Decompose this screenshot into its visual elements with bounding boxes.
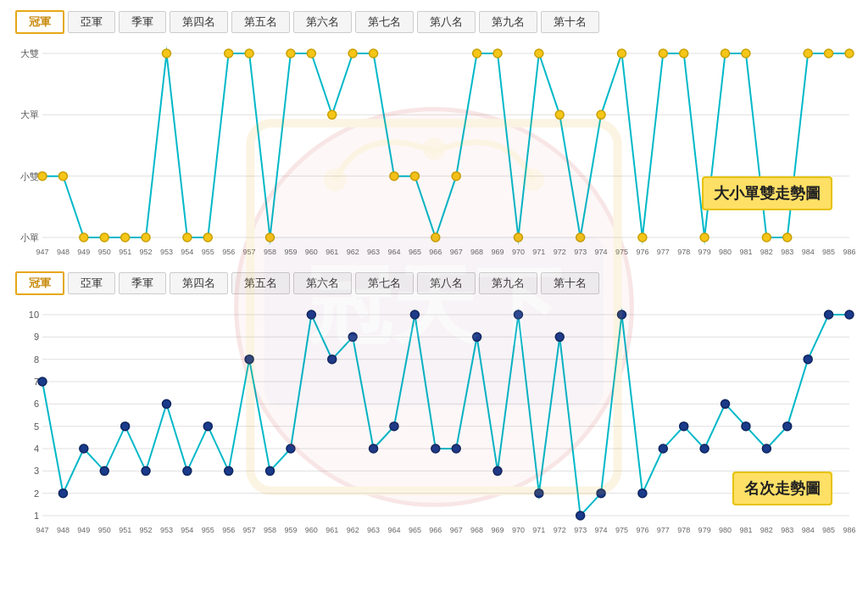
tab-btn-0[interactable]: 冠軍 (15, 271, 64, 295)
section-bottom: 冠軍亞軍季軍第四名第五名第六名第七名第八名第九名第十名 名次走勢圖 (0, 263, 868, 539)
tab-btn-1[interactable]: 亞軍 (68, 272, 115, 294)
chart1-label: 大小單雙走勢圖 (702, 176, 832, 210)
tab-btn-7[interactable]: 第八名 (417, 272, 476, 294)
tab-btn-9[interactable]: 第十名 (541, 272, 599, 294)
tab-btn-1[interactable]: 亞軍 (68, 11, 115, 33)
tab-bar-1: 冠軍亞軍季軍第四名第五名第六名第七名第八名第九名第十名 (7, 5, 861, 39)
tab-btn-3[interactable]: 第四名 (170, 272, 228, 294)
tab-bar-2: 冠軍亞軍季軍第四名第五名第六名第七名第八名第九名第十名 (7, 266, 861, 300)
tab-btn-8[interactable]: 第九名 (479, 11, 537, 33)
tab-btn-6[interactable]: 第七名 (355, 272, 414, 294)
section-top: 冠軍亞軍季軍第四名第五名第六名第七名第八名第九名第十名 大小單雙走勢圖 (0, 0, 868, 261)
tab-btn-6[interactable]: 第七名 (355, 11, 414, 33)
tab-btn-2[interactable]: 季軍 (119, 272, 166, 294)
chart1-canvas (10, 41, 858, 261)
tab-btn-5[interactable]: 第六名 (293, 11, 352, 33)
tab-btn-4[interactable]: 第五名 (231, 11, 290, 33)
tab-btn-9[interactable]: 第十名 (541, 11, 599, 33)
tab-btn-4[interactable]: 第五名 (231, 272, 290, 294)
tab-btn-5[interactable]: 第六名 (293, 272, 352, 294)
tab-btn-7[interactable]: 第八名 (417, 11, 476, 33)
tab-btn-0[interactable]: 冠軍 (15, 10, 64, 34)
tab-btn-3[interactable]: 第四名 (170, 11, 228, 33)
page-container: 冠天下 冠軍亞軍季軍第四名第五名第六名第七名第八名第九名第十名 大小單雙走勢圖 … (0, 0, 868, 614)
chart2-label: 名次走勢圖 (732, 472, 832, 505)
tab-btn-8[interactable]: 第九名 (479, 272, 537, 294)
chart2-canvas (10, 302, 858, 539)
tab-btn-2[interactable]: 季軍 (119, 11, 166, 33)
